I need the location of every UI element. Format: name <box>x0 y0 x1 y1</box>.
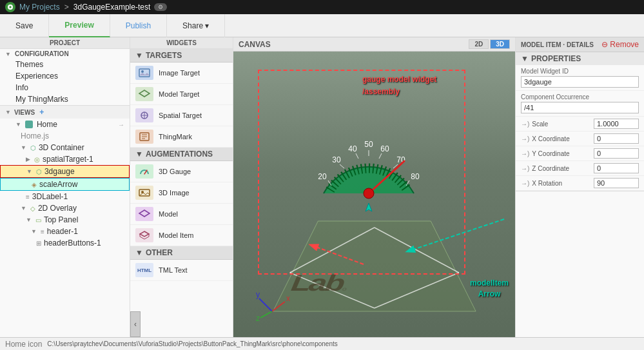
remove-button[interactable]: ⊖ Remove <box>601 40 639 49</box>
share-button[interactable]: Share ▾ <box>167 14 225 37</box>
expand-icon: →) <box>521 165 529 172</box>
expand-icon: →) <box>521 180 529 187</box>
gauge-item[interactable]: ▼ ⬡ 3dgauge <box>0 165 130 178</box>
scale-input[interactable] <box>594 119 639 129</box>
canvas-3d-scene[interactable]: Labo <box>233 52 515 350</box>
x-rotation-label: X Rotation <box>532 180 591 187</box>
themes-item[interactable]: Themes <box>0 59 130 70</box>
spatial-target-icon <box>135 108 153 122</box>
svg-line-41 <box>260 311 272 318</box>
svg-text:z: z <box>256 314 260 323</box>
project-section-header: PROJECT <box>0 37 130 49</box>
thingmark-widget[interactable]: ThingMark <box>130 126 233 148</box>
breadcrumb: My Projects > 3dGaugeExample-test <box>19 3 150 12</box>
x-rotation-input[interactable] <box>594 178 639 188</box>
gauge-3d-icon <box>135 164 153 179</box>
chevron-down-icon: ▼ <box>31 228 37 235</box>
properties-section: ▼ PROPERTIES Model Widget ID Component O… <box>516 52 644 191</box>
spatial-target-item[interactable]: ▶ ◎ spatialTarget-1 <box>0 153 130 165</box>
model-item-icon <box>135 228 153 242</box>
image-target-widget[interactable]: Image Target <box>130 63 233 84</box>
svg-point-33 <box>364 188 374 199</box>
model-target-widget[interactable]: Model Target <box>130 84 233 105</box>
model-target-label: Model Target <box>159 90 199 98</box>
x-rotation-row: →) X Rotation <box>516 176 644 191</box>
overlay-2d-item[interactable]: ▼ ◇ 2D Overlay <box>0 202 130 214</box>
x-coord-label: X Coordinate <box>532 135 591 142</box>
expand-icon: →) <box>521 150 529 157</box>
image-target-label: Image Target <box>159 69 200 77</box>
2d-view-button[interactable]: 2D <box>469 39 489 49</box>
z-coord-label: Z Coordinate <box>532 165 591 172</box>
mythingmarks-item[interactable]: My ThingMarks <box>0 93 130 105</box>
config-header[interactable]: ▼ CONFIGURATION <box>0 49 130 59</box>
home-item[interactable]: ▼ Home → <box>0 119 130 130</box>
model-target-icon <box>135 87 153 101</box>
bottom-bar-path: C:\Users\praytchev\Documents\VuforiaStud… <box>47 340 337 347</box>
svg-line-19 <box>340 164 344 168</box>
other-section-header: ▼ OTHER <box>130 246 233 260</box>
experiences-item[interactable]: Experiences <box>0 70 130 82</box>
preview-button[interactable]: Preview <box>49 14 110 37</box>
scale-label: Scale <box>532 121 591 128</box>
header-1-item[interactable]: ▼ ≡ header-1 <box>0 226 130 237</box>
chevron-down-icon: ▼ <box>135 51 143 60</box>
component-input[interactable] <box>521 102 639 113</box>
canvas-label: CANVAS <box>239 40 271 49</box>
spatial-target-widget[interactable]: Spatial Target <box>130 105 233 126</box>
image-3d-widget[interactable]: 3D Image <box>130 182 233 204</box>
publish-button[interactable]: Publish <box>110 14 167 37</box>
3d-view-button[interactable]: 3D <box>490 39 510 49</box>
main-layout: PROJECT ▼ CONFIGURATION Themes Experienc… <box>0 37 644 350</box>
targets-section-header: ▼ TARGETS <box>130 49 233 63</box>
logo-icon <box>5 2 15 12</box>
gauge-3d-widget[interactable]: 3D Gauge <box>130 161 233 182</box>
chevron-down-icon: ▼ <box>26 217 32 223</box>
widgets-panel: WIDGETS ▼ TARGETS Image Target Model Tar… <box>130 37 233 350</box>
tml-text-icon: HTML <box>135 263 153 277</box>
view-toggle: 2D 3D <box>469 39 510 49</box>
header-buttons-item[interactable]: ⊞ headerButtons-1 <box>0 237 130 249</box>
canvas-area: CANVAS 2D 3D Labo <box>233 37 515 350</box>
container-3d-item[interactable]: ▼ ⬡ 3D Container <box>0 142 130 153</box>
x-coord-input[interactable] <box>594 133 639 144</box>
svg-text:30: 30 <box>332 155 341 164</box>
properties-section-header: ▼ PROPERTIES <box>516 52 644 65</box>
model-item-widget[interactable]: Model Item <box>130 225 233 246</box>
y-coord-row: →) Y Coordinate <box>516 146 644 161</box>
y-coord-input[interactable] <box>594 148 639 159</box>
tml-text-widget[interactable]: HTML TML Text <box>130 260 233 281</box>
top-panel-item[interactable]: ▼ ▭ Top Panel <box>0 214 130 226</box>
model-widget[interactable]: Model <box>130 204 233 225</box>
scale-arrow-item[interactable]: ◈ scaleArrow <box>0 178 130 191</box>
views-add-button[interactable]: + <box>39 108 44 117</box>
component-label: Component Occurrence <box>521 93 639 101</box>
z-coord-input[interactable] <box>594 163 639 173</box>
image-target-icon <box>135 66 153 80</box>
thingmark-icon <box>135 130 153 144</box>
chevron-down-icon: ▼ <box>21 205 26 211</box>
svg-marker-13 <box>273 221 476 311</box>
chevron-down-icon: ▼ <box>21 144 26 151</box>
right-panel: MODEL ITEM · DETAILS ⊖ Remove ▼ PROPERTI… <box>515 37 644 350</box>
canvas-expand-button[interactable]: ‹ <box>130 311 141 337</box>
model-icon <box>135 207 153 221</box>
chevron-down-icon: ▼ <box>15 121 21 128</box>
svg-line-20 <box>356 153 358 159</box>
info-item[interactable]: Info <box>0 82 130 93</box>
home-js-item[interactable]: Home.js <box>0 130 130 142</box>
y-coord-label: Y Coordinate <box>532 150 591 157</box>
x-coord-row: →) X Coordinate <box>516 131 644 146</box>
svg-marker-34 <box>366 203 372 211</box>
chevron-down-icon: ▼ <box>26 168 32 175</box>
spatial-target-label: Spatial Target <box>159 112 202 119</box>
label-3d-item[interactable]: ≡ 3DLabel-1 <box>0 191 130 202</box>
widget-id-input[interactable] <box>521 76 639 88</box>
3d-label-text: Labo <box>289 270 347 297</box>
svg-point-2 <box>141 70 144 73</box>
chevron-down-icon: ▼ <box>135 248 143 257</box>
model-label: Model <box>159 210 178 218</box>
z-coord-row: →) Z Coordinate <box>516 161 644 176</box>
save-button[interactable]: Save <box>0 14 49 37</box>
gauge-3d-label: 3D Gauge <box>159 168 191 175</box>
